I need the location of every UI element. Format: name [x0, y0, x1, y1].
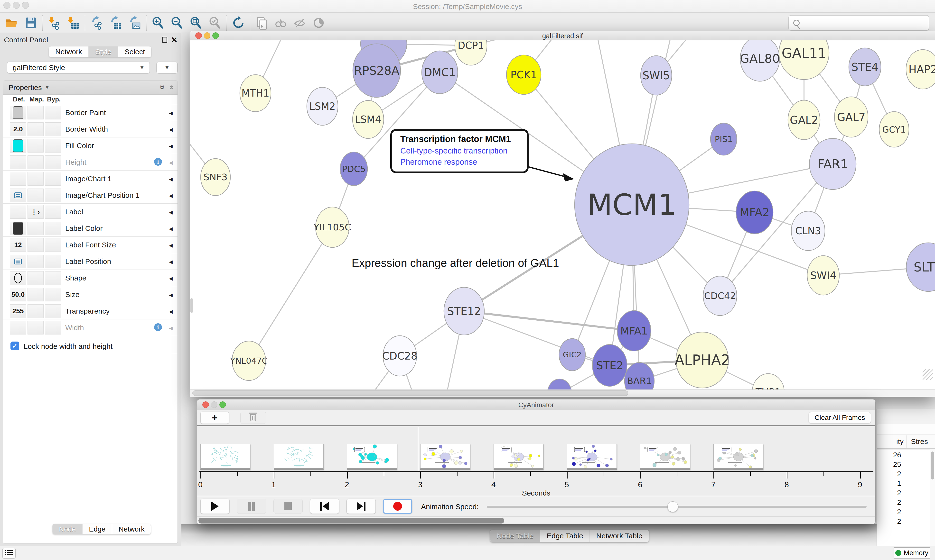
expand-arrow-icon[interactable]: ◂	[169, 274, 173, 282]
clone-view-button[interactable]	[252, 14, 271, 31]
property-row-fill-color[interactable]: Fill Color◂	[3, 137, 177, 154]
zoom-fit-button[interactable]	[187, 14, 205, 31]
byp-cell[interactable]	[45, 255, 61, 268]
byp-cell[interactable]	[45, 288, 61, 302]
discrete-mapping-icon[interactable]: ⋮›	[31, 208, 40, 216]
panel-tab-node[interactable]: Node	[52, 524, 82, 534]
position-icon[interactable]	[14, 192, 22, 198]
skip-start-button[interactable]	[310, 499, 339, 514]
find-network-button[interactable]	[271, 14, 290, 31]
expand-arrow-icon[interactable]: ◂	[169, 307, 173, 315]
table-row[interactable]: 2	[877, 507, 930, 517]
node-PCK1[interactable]: PCK1	[506, 55, 541, 94]
def-cell[interactable]	[10, 222, 26, 235]
expand-arrow-icon[interactable]: ◂	[169, 109, 173, 117]
panel-tab-edge[interactable]: Edge	[82, 524, 112, 534]
map-cell[interactable]	[28, 139, 43, 152]
def-cell[interactable]	[10, 106, 26, 120]
save-session-button[interactable]	[22, 14, 40, 31]
byp-cell[interactable]	[45, 321, 61, 334]
node-SLT2[interactable]: SLT2	[906, 243, 935, 291]
default-value[interactable]: 2.0	[13, 125, 23, 133]
float-window-icon[interactable]	[162, 37, 167, 43]
export-image-button[interactable]	[125, 14, 144, 31]
byp-cell[interactable]	[45, 122, 61, 136]
node-LSM2[interactable]: LSM2	[307, 87, 338, 125]
property-row-label-color[interactable]: Label Color◂	[3, 220, 177, 237]
def-cell[interactable]	[10, 139, 26, 152]
expand-arrow-icon[interactable]: ◂	[169, 125, 173, 134]
frame-thumbnail-2[interactable]	[347, 444, 397, 470]
node-STE12[interactable]: STE12	[444, 287, 484, 335]
expand-arrow-icon[interactable]: ◂	[169, 323, 173, 332]
node-LSM4[interactable]: LSM4	[353, 100, 384, 138]
table-row[interactable]: 1	[877, 478, 930, 488]
table-row[interactable]: 2	[877, 517, 930, 526]
node-DMC1[interactable]: DMC1	[422, 51, 458, 94]
tab-style[interactable]: Style	[89, 46, 118, 57]
property-row-height[interactable]: Heighti◂	[3, 154, 177, 171]
node-GAL80[interactable]: GAL80	[740, 40, 780, 81]
tab-node-table[interactable]: Node Table	[490, 529, 540, 542]
node-MFA2[interactable]: MFA2	[736, 191, 773, 234]
resize-grip[interactable]	[923, 369, 933, 380]
node-DCP1[interactable]: DCP1	[455, 40, 487, 65]
node-YIL105C[interactable]: YIL105C	[313, 207, 351, 248]
node-PDC5[interactable]: PDC5	[340, 152, 367, 186]
export-network-button[interactable]	[87, 14, 106, 31]
byp-cell[interactable]	[45, 271, 61, 285]
default-swatch[interactable]	[13, 139, 23, 152]
timeline[interactable]: 0123456789 Seconds	[197, 426, 875, 496]
expand-arrow-icon[interactable]: ◂	[169, 158, 173, 167]
map-cell[interactable]	[28, 172, 43, 186]
expand-arrow-icon[interactable]: ◂	[169, 241, 173, 249]
node-FAR1[interactable]: FAR1	[809, 138, 856, 189]
lock-checkbox[interactable]: ✓	[11, 342, 19, 350]
map-cell[interactable]	[28, 106, 43, 120]
timeline-scrollbar[interactable]	[197, 517, 875, 524]
def-cell[interactable]	[10, 172, 26, 186]
edge-YIL105C-YNL047C[interactable]	[249, 227, 332, 361]
task-history-button[interactable]	[2, 548, 15, 558]
table-row[interactable]: 2	[877, 469, 930, 478]
skip-end-button[interactable]	[347, 499, 376, 514]
animation-speed-slider[interactable]	[487, 506, 867, 508]
def-cell[interactable]: 50.0	[10, 288, 26, 302]
byp-cell[interactable]	[45, 304, 61, 318]
expand-arrow-icon[interactable]: ◂	[169, 257, 173, 266]
property-row-label-position[interactable]: Label Position◂	[3, 253, 177, 270]
map-cell[interactable]	[28, 155, 43, 169]
expand-arrow-icon[interactable]: ◂	[169, 291, 173, 299]
map-cell[interactable]	[28, 271, 43, 285]
node-HAP2[interactable]: HAP2	[906, 50, 935, 89]
node-STE2[interactable]: STE2	[592, 345, 627, 386]
node-table-scrollbar[interactable]	[930, 449, 935, 546]
node-PIS1[interactable]: PIS1	[711, 123, 737, 155]
node-MTH1[interactable]: MTH1	[240, 75, 271, 112]
search-input[interactable]	[799, 15, 929, 30]
node-CLN3[interactable]: CLN3	[792, 211, 825, 251]
import-network-button[interactable]	[45, 14, 64, 31]
node-GCY1[interactable]: GCY1	[879, 112, 909, 147]
map-cell[interactable]	[28, 122, 43, 136]
node-STE4[interactable]: STE4	[849, 48, 881, 86]
def-cell[interactable]	[10, 271, 26, 285]
expand-arrow-icon[interactable]: ◂	[169, 208, 173, 216]
frame-thumbnail-7[interactable]	[713, 444, 763, 470]
stop-button[interactable]	[273, 499, 302, 514]
zoom-out-button[interactable]	[168, 14, 187, 31]
table-row[interactable]: 26	[877, 450, 930, 460]
node-SNF3[interactable]: SNF3	[201, 158, 230, 195]
node-GIC2[interactable]: GIC2	[559, 338, 585, 371]
annotation-box[interactable]: Transcription factor MCM1 Cell-type-spec…	[390, 129, 529, 173]
def-cell[interactable]: 255	[10, 304, 26, 318]
frame-thumbnail-1[interactable]	[274, 444, 324, 470]
network-graph[interactable]: DCP1RPS28ADMC1PCK1MTH1LSM2LSM4SWI5GAL80G…	[190, 40, 935, 389]
node-NODE_B[interactable]	[547, 379, 572, 389]
canvas-left-scroll-thumb[interactable]	[190, 298, 193, 313]
info-icon[interactable]: i	[154, 158, 162, 166]
collapse-all-icon[interactable]: »	[166, 85, 176, 90]
def-cell[interactable]	[10, 255, 26, 268]
byp-cell[interactable]	[45, 139, 61, 152]
node-GAL2[interactable]: GAL2	[788, 100, 820, 140]
